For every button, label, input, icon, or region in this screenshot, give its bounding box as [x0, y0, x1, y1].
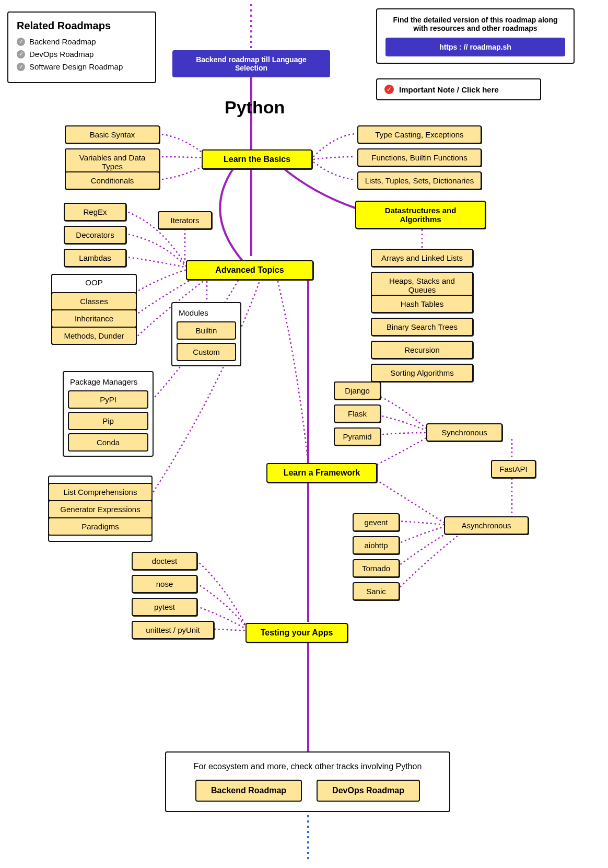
alert-icon: ✓	[384, 85, 394, 94]
node-sorting[interactable]: Sorting Algorithms	[371, 364, 473, 382]
group-modules: Modules Builtin Custom	[171, 302, 241, 366]
node-advanced[interactable]: Advanced Topics	[186, 260, 313, 280]
node-listcomp[interactable]: List Comprehensions	[48, 483, 153, 501]
node-sanic[interactable]: Sanic	[353, 582, 400, 600]
backend-roadmap-link[interactable]: Backend roadmap till Language Selection	[172, 50, 330, 77]
node-bst[interactable]: Binary Search Trees	[371, 318, 473, 336]
node-framework[interactable]: Learn a Framework	[266, 463, 377, 483]
important-note-label: Important Note / Click here	[399, 85, 499, 94]
node-classes[interactable]: Classes	[51, 292, 137, 310]
node-pyramid[interactable]: Pyramid	[334, 427, 381, 446]
node-paradigms[interactable]: Paradigms	[48, 517, 153, 536]
node-custom[interactable]: Custom	[177, 343, 236, 361]
important-note[interactable]: ✓ Important Note / Click here	[376, 78, 541, 100]
related-item-backend[interactable]: ✓ Backend Roadmap	[17, 37, 147, 46]
node-pytest[interactable]: pytest	[132, 598, 197, 616]
related-item-label: DevOps Roadmap	[29, 50, 93, 59]
node-unittest[interactable]: unittest / pyUnit	[132, 621, 214, 639]
node-aiohttp[interactable]: aiohttp	[353, 536, 400, 554]
node-inheritance[interactable]: Inheritance	[51, 309, 137, 328]
node-nose[interactable]: nose	[132, 575, 197, 593]
node-doctest[interactable]: doctest	[132, 552, 197, 570]
detail-banner: Find the detailed version of this roadma…	[376, 8, 575, 64]
node-genexpr[interactable]: Generator Expressions	[48, 500, 153, 518]
node-async[interactable]: Asynchronous	[444, 516, 529, 535]
related-roadmaps-panel: Related Roadmaps ✓ Backend Roadmap ✓ Dev…	[7, 11, 156, 83]
group-pkg: Package Managers PyPI Pip Conda	[63, 371, 154, 457]
node-pip[interactable]: Pip	[68, 412, 148, 430]
node-gevent[interactable]: gevent	[353, 513, 400, 531]
node-conda[interactable]: Conda	[68, 433, 148, 452]
node-hash[interactable]: Hash Tables	[371, 295, 473, 313]
node-django[interactable]: Django	[334, 381, 381, 400]
node-typecasting[interactable]: Type Casting, Exceptions	[357, 125, 482, 144]
node-tornado[interactable]: Tornado	[353, 559, 400, 577]
related-heading: Related Roadmaps	[17, 20, 147, 32]
node-recursion[interactable]: Recursion	[371, 341, 473, 359]
group-extra: List Comprehensions Generator Expression…	[48, 476, 153, 542]
node-basic-syntax[interactable]: Basic Syntax	[65, 125, 160, 144]
ecosystem-panel: For ecosystem and more, check other trac…	[165, 751, 450, 812]
btn-devops-roadmap[interactable]: DevOps Roadmap	[317, 780, 420, 802]
node-decorators[interactable]: Decorators	[64, 226, 126, 244]
node-lists[interactable]: Lists, Tuples, Sets, Dictionaries	[357, 171, 482, 190]
page-title: Python	[225, 97, 285, 118]
related-item-label: Backend Roadmap	[29, 37, 96, 46]
node-lambdas[interactable]: Lambdas	[64, 249, 126, 267]
group-oop: OOP Classes Inheritance Methods, Dunder	[51, 274, 137, 345]
check-icon: ✓	[17, 63, 25, 71]
node-testing[interactable]: Testing your Apps	[245, 623, 348, 643]
node-regex[interactable]: RegEx	[64, 203, 126, 221]
group-oop-label: OOP	[52, 275, 136, 292]
banner-text: Find the detailed version of this roadma…	[385, 16, 565, 32]
node-pypi[interactable]: PyPI	[68, 390, 148, 409]
node-conditionals[interactable]: Conditionals	[65, 171, 160, 190]
ecosystem-text: For ecosystem and more, check other trac…	[177, 762, 439, 771]
node-methods[interactable]: Methods, Dunder	[51, 327, 137, 345]
node-arrays[interactable]: Arrays and Linked Lists	[371, 249, 473, 267]
node-builtin[interactable]: Builtin	[177, 321, 236, 340]
node-learn-basics[interactable]: Learn the Basics	[202, 149, 312, 169]
node-functions[interactable]: Functions, Builtin Functions	[357, 148, 482, 167]
related-item-label: Software Design Roadmap	[29, 62, 123, 71]
node-fastapi[interactable]: FastAPI	[491, 460, 536, 478]
node-iterators[interactable]: Iterators	[158, 211, 212, 229]
group-modules-label: Modules	[177, 307, 236, 321]
node-sync[interactable]: Synchronous	[426, 423, 502, 442]
related-item-software-design[interactable]: ✓ Software Design Roadmap	[17, 62, 147, 71]
btn-backend-roadmap[interactable]: Backend Roadmap	[195, 780, 302, 802]
check-icon: ✓	[17, 38, 25, 46]
roadmap-sh-link[interactable]: https : // roadmap.sh	[385, 38, 565, 56]
node-ds-algorithms[interactable]: Datastructures and Algorithms	[355, 201, 486, 229]
related-item-devops[interactable]: ✓ DevOps Roadmap	[17, 50, 147, 59]
group-pkg-label: Package Managers	[68, 376, 148, 390]
node-flask[interactable]: Flask	[334, 404, 381, 423]
check-icon: ✓	[17, 50, 25, 59]
